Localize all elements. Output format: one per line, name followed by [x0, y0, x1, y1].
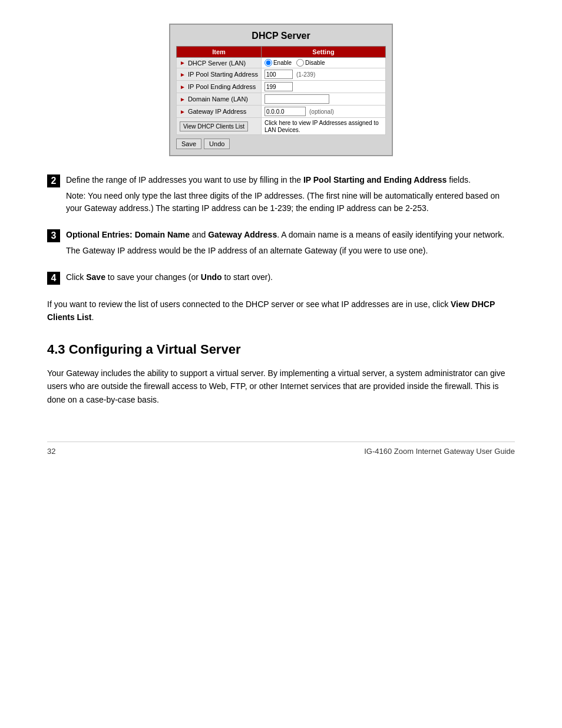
dhcp-panel-title: DHCP Server	[176, 31, 386, 41]
standalone-paragraph: If you want to review the list of users …	[47, 298, 515, 324]
save-button[interactable]: Save	[176, 139, 201, 149]
enable-disable-radio-group: Enable Disable	[265, 59, 382, 67]
footer-title: IG-4160 Zoom Internet Gateway User Guide	[364, 447, 515, 456]
disable-radio[interactable]	[296, 59, 304, 67]
step-3-content: Optional Entries: Domain Name and Gatewa…	[66, 229, 515, 261]
step-2-para2: Note: You need only type the last three …	[66, 190, 515, 215]
row-label-gateway: ► Gateway IP Address	[177, 106, 262, 118]
row-setting-domain	[261, 93, 385, 106]
table-row: ► DHCP Server (LAN) Enable Disable	[177, 58, 386, 68]
ip-end-input[interactable]	[265, 82, 293, 91]
enable-radio-label[interactable]: Enable	[265, 59, 292, 67]
ip-start-hint: (1-239)	[296, 71, 315, 78]
row-label-domain: ► Domain Name (LAN)	[177, 93, 262, 106]
row-label-dhcp-server: ► DHCP Server (LAN)	[177, 58, 262, 68]
table-row: ► Domain Name (LAN)	[177, 93, 386, 106]
arrow-icon: ►	[180, 96, 186, 103]
step-2-number: 2	[47, 174, 60, 187]
step-4-number: 4	[47, 272, 60, 285]
table-row: ► IP Pool Starting Address (1-239)	[177, 68, 386, 81]
save-undo-row: Save Undo	[176, 139, 386, 149]
row-setting-dhcp-server: Enable Disable	[261, 58, 385, 68]
label-text: Domain Name (LAN)	[188, 95, 248, 103]
step-3-bold2: Gateway Address	[208, 230, 277, 239]
step-3-para2: The Gateway IP address would be the IP a…	[66, 245, 515, 257]
undo-button[interactable]: Undo	[204, 139, 230, 149]
table-row: View DHCP Clients List Click here to vie…	[177, 118, 386, 135]
label-text: IP Pool Ending Address	[188, 83, 256, 90]
step-4-block: 4 Click Save to save your changes (or Un…	[47, 271, 515, 287]
row-setting-gateway: (optional)	[261, 106, 385, 118]
step-4-save-bold: Save	[86, 272, 105, 282]
optional-hint: (optional)	[309, 108, 334, 115]
page-footer: 32 IG-4160 Zoom Internet Gateway User Gu…	[47, 442, 515, 456]
step-3-number: 3	[47, 229, 60, 242]
section-body-43: Your Gateway includes the ability to sup…	[47, 367, 515, 406]
row-label-ip-end: ► IP Pool Ending Address	[177, 81, 262, 93]
row-setting-ip-start: (1-239)	[261, 68, 385, 81]
ip-start-input[interactable]	[265, 70, 293, 79]
label-text: DHCP Server (LAN)	[188, 60, 246, 67]
step-3-block: 3 Optional Entries: Domain Name and Gate…	[47, 229, 515, 261]
gateway-ip-input[interactable]	[265, 107, 306, 116]
view-dhcp-clients-button[interactable]: View DHCP Clients List	[180, 121, 248, 131]
table-row: ► Gateway IP Address (optional)	[177, 106, 386, 118]
page-number: 32	[47, 447, 55, 456]
step-3-bold1: Optional Entries: Domain Name	[66, 230, 190, 239]
table-row: ► IP Pool Ending Address	[177, 81, 386, 93]
dhcp-settings-table: Item Setting ► DHCP Server (LAN) Enable	[176, 46, 386, 135]
col-item-header: Item	[177, 47, 262, 58]
enable-radio[interactable]	[265, 59, 272, 67]
arrow-icon: ►	[180, 60, 186, 66]
disable-radio-label[interactable]: Disable	[296, 59, 325, 67]
arrow-icon: ►	[180, 108, 186, 115]
step-2-content: Define the range of IP addresses you wan…	[66, 174, 515, 218]
view-link-text: Click here to view IP Addresses assigned…	[265, 120, 379, 133]
dhcp-server-panel: DHCP Server Item Setting ► DHCP Server (…	[169, 24, 393, 156]
domain-name-input[interactable]	[265, 94, 329, 104]
step-2-para1: Define the range of IP addresses you wan…	[66, 174, 515, 186]
col-setting-header: Setting	[261, 47, 385, 58]
row-view-link-cell: Click here to view IP Addresses assigned…	[261, 118, 385, 135]
step-3-para1: Optional Entries: Domain Name and Gatewa…	[66, 229, 515, 241]
row-view-button-cell: View DHCP Clients List	[177, 118, 262, 135]
step-2-block: 2 Define the range of IP addresses you w…	[47, 174, 515, 218]
arrow-icon: ►	[180, 71, 186, 78]
row-label-ip-start: ► IP Pool Starting Address	[177, 68, 262, 81]
section-heading-43: 4.3 Configuring a Virtual Server	[47, 342, 515, 357]
arrow-icon: ►	[180, 84, 186, 90]
label-text: IP Pool Starting Address	[188, 71, 258, 78]
step-4-content: Click Save to save your changes (or Undo…	[66, 271, 515, 287]
step-4-undo-bold: Undo	[201, 272, 222, 282]
step-2-bold1: IP Pool Starting and Ending Address	[303, 175, 447, 185]
label-text: Gateway IP Address	[188, 108, 246, 115]
row-setting-ip-end	[261, 81, 385, 93]
view-dhcp-clients-bold: View DHCP Clients List	[47, 299, 495, 322]
step-4-para: Click Save to save your changes (or Undo…	[66, 271, 515, 284]
